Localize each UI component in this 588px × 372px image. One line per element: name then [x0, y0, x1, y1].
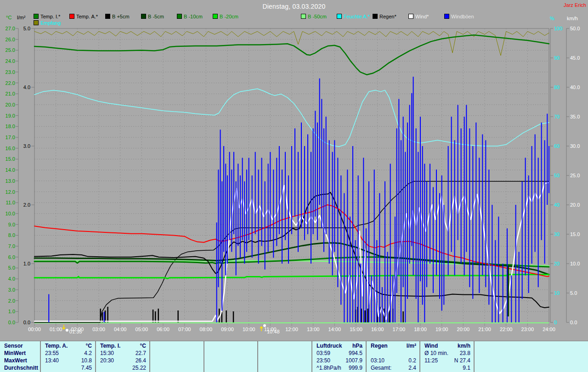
stats-col-name: Temp. I.: [100, 342, 120, 349]
x-axis-label: 19:00: [435, 327, 448, 332]
axis-tick-label: 5.0: [8, 265, 15, 271]
stats-col-unit: hPa: [352, 342, 362, 349]
stats-cell: [150, 364, 204, 372]
axis-tick-label: 9.0: [8, 222, 15, 227]
x-axis-label: 12:00: [285, 327, 298, 332]
stats-cell: [204, 357, 257, 364]
stats-row-labels: SensorMinWertMaxWertDurchschnitt: [0, 341, 40, 372]
stats-cell-value: 22.7: [136, 349, 146, 357]
axis-tick-label: 15.0: [570, 231, 580, 237]
x-axis-label: 04:00: [114, 327, 127, 332]
stats-row-label: Sensor: [0, 342, 40, 349]
axis-tick-label: 11.0: [6, 200, 15, 205]
stats-cell-value: 7.45: [81, 364, 92, 372]
stats-cell-value: 25.22: [132, 364, 146, 372]
stats-cell-value: 23.8: [460, 349, 470, 357]
axis-tick-label: 26.0: [6, 37, 15, 42]
stats-cell-time: 15:30: [100, 349, 114, 357]
axis-tick-label: 18.0: [6, 124, 15, 129]
axis-tick-label: 4.0: [23, 85, 30, 90]
axis-tick-label: 12.0: [6, 189, 15, 195]
stats-col-unit: km/h: [458, 342, 470, 349]
stats-col-temp-a-: Temp. A.°C23:554.213:4010.87.45: [40, 341, 95, 372]
axis-tick-label: 19.0: [6, 113, 15, 118]
stats-cell: [258, 349, 311, 357]
stats-cell-time: 11:25: [424, 357, 438, 364]
x-axis-label: 21:00: [478, 327, 491, 332]
stats-cell: [150, 357, 204, 364]
axis-tick-label: 5.0: [23, 26, 30, 31]
weather-station-screen: Dienstag, 03.03.2020 Jarz Erich °C l/m² …: [0, 0, 588, 372]
x-axis-label: 07:00: [178, 327, 191, 332]
axis-tick-label: 23.0: [6, 69, 15, 75]
stats-cell: ^1.8hPa/h999.9: [312, 364, 366, 372]
axis-tick-label: 1.0: [23, 261, 30, 266]
series-windboeen: [49, 77, 549, 322]
stats-cell: 7.45: [41, 364, 95, 372]
stats-cell: 11:25N 27.4: [420, 357, 474, 364]
axis-tick-label: 24.0: [6, 58, 15, 64]
stats-cell-time: Gesamt:: [371, 364, 391, 372]
stats-cell: 20:3026.4: [96, 357, 149, 364]
axis-tick-label: 2.0: [8, 298, 15, 304]
stats-col-empty: [204, 341, 257, 372]
axis-tick-label: 25.0: [570, 173, 580, 178]
stats-col-empty-end: [474, 341, 588, 372]
stats-cell-time: 23:55: [45, 349, 59, 357]
stats-cell: 03:59994.5: [312, 349, 366, 357]
stats-row-label: Durchschnitt: [0, 364, 40, 372]
stats-cell-time: Ø 10 min.: [424, 349, 448, 357]
stats-row-label: MinWert: [0, 349, 40, 357]
stats-cell: [204, 349, 257, 357]
stats-col-unit: °C: [140, 342, 146, 349]
stats-cell-time: 20:30: [100, 357, 114, 364]
stats-cell-value: N 27.4: [454, 357, 470, 364]
stats-cell-value: 994.5: [349, 349, 362, 357]
stats-cell-value: 26.4: [136, 357, 146, 364]
stats-cell: [258, 357, 311, 364]
x-axis-label: 05:00: [136, 327, 148, 332]
stats-cell-time: ^1.8hPa/h: [317, 364, 341, 372]
moonset-marker: [62, 325, 68, 332]
axis-tick-label: 10: [554, 290, 560, 296]
x-axis-label: 22:00: [500, 327, 513, 332]
x-axis-label: 03:00: [92, 327, 105, 332]
stats-cell-value: 2.4: [408, 364, 416, 372]
stats-cell-value: 999.9: [349, 364, 362, 372]
stats-col-name: Luftdruck: [317, 342, 342, 349]
stats-cell: 15:3022.7: [96, 349, 149, 357]
axis-tick-label: 40.0: [570, 85, 580, 90]
axis-tick-label: 4.0: [8, 276, 15, 282]
x-axis-label: 00:00: [28, 327, 41, 332]
axis-tick-label: 25.0: [6, 47, 15, 53]
x-axis-label: 20:00: [457, 327, 470, 332]
stats-cell-time: 23:50: [317, 357, 330, 364]
stats-cell: 23:554.2: [41, 349, 95, 357]
axis-tick-label: 20.0: [6, 102, 15, 107]
axis-tick-label: 70: [554, 114, 560, 119]
axis-tick-label: 40: [554, 202, 560, 208]
axis-tick-label: 14.0: [6, 167, 15, 173]
axis-tick-label: 2.0: [23, 202, 30, 208]
stats-col-name: Temp. A.: [45, 342, 68, 349]
axis-tick-label: 30: [554, 231, 560, 237]
stats-col-unit: l/m²: [407, 342, 416, 349]
stats-col-name: Wind: [424, 342, 438, 349]
stats-col-empty: [257, 341, 311, 372]
axis-tick-label: 45.0: [570, 55, 580, 61]
x-axis-label: 10:00: [243, 327, 255, 332]
axis-tick-label: 16.0: [6, 146, 15, 151]
stats-cell: 13:4010.8: [41, 357, 95, 364]
axis-tick-label: 13.0: [6, 178, 15, 184]
stats-col-unit: °C: [86, 342, 92, 349]
stats-cell-time: 13:40: [45, 357, 59, 364]
x-axis-label: 08:00: [200, 327, 213, 332]
axis-tick-label: 50.0: [570, 26, 580, 31]
axis-tick-label: 80: [554, 85, 560, 90]
x-axis-label: 17:00: [393, 327, 406, 332]
x-axis-label: 24:00: [543, 327, 555, 332]
x-axis-label: 13:00: [307, 327, 320, 332]
axis-tick-label: 35.0: [570, 114, 580, 119]
x-axis-label: 18:00: [414, 327, 427, 332]
stats-cell: 25.22: [96, 364, 149, 372]
